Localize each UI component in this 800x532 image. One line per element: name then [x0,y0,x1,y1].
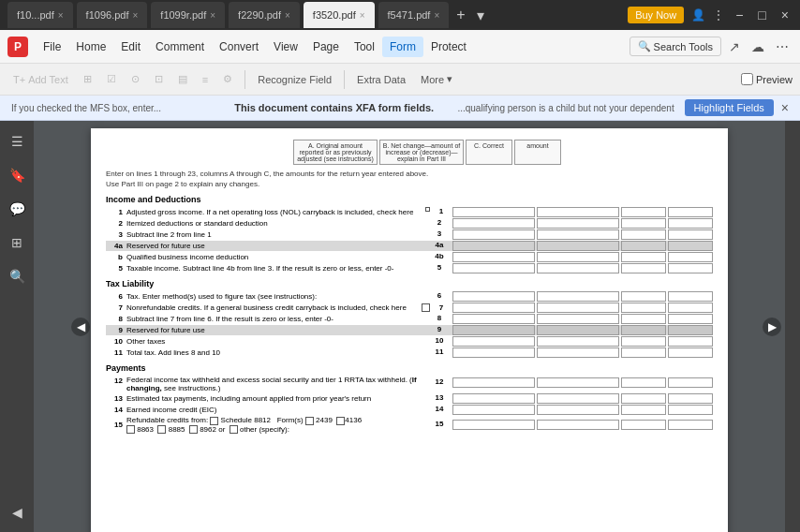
search-tools-button[interactable]: 🔍 Search Tools [630,37,721,56]
tab-close-icon[interactable]: × [360,10,365,21]
input-1d[interactable] [668,207,713,217]
tool-btn-4[interactable]: ⊙ [126,70,145,88]
input-10b[interactable] [537,336,619,347]
input-6c[interactable] [621,291,666,302]
input-3d[interactable] [668,229,713,240]
input-4bc[interactable] [621,252,666,262]
checkbox-7[interactable] [422,303,430,312]
input-2b[interactable] [537,218,619,229]
input-13d[interactable] [668,393,713,404]
preview-checkbox[interactable] [741,73,753,85]
share-button[interactable]: ↗ [725,37,744,56]
add-text-button[interactable]: T+ Add Text [7,71,74,88]
checkbox-1[interactable] [425,207,430,212]
input-15d[interactable] [668,420,713,430]
input-12d[interactable] [668,377,713,388]
input-7c[interactable] [621,303,666,313]
menu-view[interactable]: View [266,37,305,57]
cloud-button[interactable]: ☁ [748,37,768,56]
menu-home[interactable]: Home [68,37,113,57]
input-4bb[interactable] [537,252,619,262]
input-11c[interactable] [621,347,666,358]
menu-tool[interactable]: Tool [347,37,382,57]
tool-btn-7[interactable]: ≡ [197,71,214,88]
menu-file[interactable]: File [36,37,68,57]
input-8a[interactable] [452,314,535,324]
notification-close-button[interactable]: × [781,100,789,115]
tab-f3520[interactable]: f3520.pdf × [304,2,375,28]
buy-now-button[interactable]: Buy Now [628,7,684,23]
input-4ba[interactable] [452,252,535,262]
input-12a[interactable] [452,377,535,388]
input-10c[interactable] [621,336,666,347]
tab-f5471[interactable]: f5471.pdf × [378,2,450,28]
input-14a[interactable] [452,405,535,415]
input-15a[interactable] [452,420,535,430]
input-13a[interactable] [452,393,535,404]
input-12b[interactable] [537,377,619,388]
input-15c[interactable] [621,420,666,430]
input-10d[interactable] [668,336,713,347]
input-11b[interactable] [537,347,619,358]
input-3b[interactable] [537,229,619,240]
tab-close-icon[interactable]: × [210,10,215,21]
input-13b[interactable] [537,393,619,404]
more-button[interactable]: More ▾ [415,70,458,88]
tool-btn-2[interactable]: ⊞ [78,70,97,88]
tab-f1099r[interactable]: f1099r.pdf × [151,2,225,28]
input-13c[interactable] [621,393,666,404]
tool-btn-8[interactable]: ⚙ [217,70,238,88]
input-6b[interactable] [537,291,619,302]
tool-btn-3[interactable]: ☑ [101,70,122,88]
input-6d[interactable] [668,291,713,302]
menu-form[interactable]: Form [382,37,423,57]
input-7a[interactable] [452,303,535,313]
sidebar-icon-menu[interactable]: ☰ [4,128,30,155]
tab-close-icon[interactable]: × [58,10,64,21]
extra-data-button[interactable]: Extra Data [351,71,411,88]
input-7d[interactable] [668,303,713,313]
input-7b[interactable] [537,303,619,313]
sidebar-icon-bookmark[interactable]: 🔖 [4,162,30,188]
input-1a[interactable] [452,207,535,217]
menu-comment[interactable]: Comment [148,37,212,57]
input-8d[interactable] [668,314,713,324]
menu-edit[interactable]: Edit [113,37,148,57]
input-10a[interactable] [452,336,535,347]
input-14c[interactable] [621,405,666,415]
input-11a[interactable] [452,347,535,358]
add-tab-button[interactable]: + [452,7,468,23]
input-14b[interactable] [537,405,619,415]
input-1c[interactable] [621,207,666,217]
input-8c[interactable] [621,314,666,324]
close-button[interactable]: × [778,6,793,24]
sidebar-icon-comment[interactable]: 💬 [4,196,30,222]
more-button[interactable]: ⋯ [772,37,793,56]
input-1b[interactable] [537,207,619,217]
title-menu-icon[interactable]: ⋮ [713,8,724,22]
sidebar-icon-layers[interactable]: ⊞ [4,229,30,256]
input-14d[interactable] [668,405,713,415]
highlight-fields-button[interactable]: Highlight Fields [685,99,774,116]
minimize-button[interactable]: − [732,6,747,24]
sidebar-icon-search[interactable]: 🔍 [4,263,30,289]
menu-protect[interactable]: Protect [423,37,474,57]
tab-f10[interactable]: f10...pdf × [7,2,73,28]
input-2c[interactable] [621,218,666,229]
recognize-field-button[interactable]: Recognize Field [252,71,337,88]
sidebar-collapse-button[interactable]: ◀ [4,499,30,525]
preview-area[interactable]: Preview [741,73,793,85]
input-5a[interactable] [452,263,535,273]
tab-f2290[interactable]: f2290.pdf × [229,2,300,28]
input-2d[interactable] [668,218,713,229]
tab-close-icon[interactable]: × [132,10,138,21]
input-2a[interactable] [452,218,535,229]
input-11d[interactable] [668,347,713,358]
input-5c[interactable] [621,263,666,273]
maximize-button[interactable]: □ [754,6,769,24]
tool-btn-6[interactable]: ▤ [172,70,193,88]
tab-close-icon[interactable]: × [434,10,439,21]
tab-close-icon[interactable]: × [285,10,290,21]
input-3a[interactable] [452,229,535,240]
menu-page[interactable]: Page [305,37,347,57]
